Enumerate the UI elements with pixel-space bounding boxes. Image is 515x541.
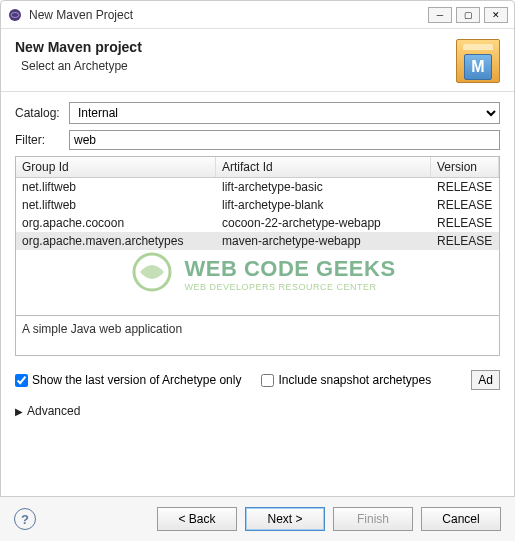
cell-group: net.liftweb — [16, 178, 216, 196]
table-row[interactable]: net.liftweblift-archetype-basicRELEASE — [16, 178, 499, 196]
page-title: New Maven project — [15, 39, 456, 55]
maven-m-icon: M — [464, 54, 492, 80]
table-row[interactable]: org.apache.cocooncocoon-22-archetype-web… — [16, 214, 499, 232]
cell-artifact: maven-archetype-webapp — [216, 232, 431, 250]
wizard-footer: ? < Back Next > Finish Cancel — [0, 496, 515, 541]
filter-label: Filter: — [15, 133, 69, 147]
table-row[interactable]: net.liftweblift-archetype-blankRELEASE — [16, 196, 499, 214]
column-header-artifact[interactable]: Artifact Id — [216, 157, 431, 177]
advanced-toggle[interactable]: ▶ Advanced — [15, 404, 500, 418]
cell-version: RELEASE — [431, 178, 499, 196]
column-header-group[interactable]: Group Id — [16, 157, 216, 177]
include-snapshot-checkbox[interactable]: Include snapshot archetypes — [261, 373, 431, 387]
cell-version: RELEASE — [431, 196, 499, 214]
help-icon[interactable]: ? — [14, 508, 36, 530]
close-button[interactable]: ✕ — [484, 7, 508, 23]
add-archetype-button[interactable]: Ad — [471, 370, 500, 390]
archetype-description: A simple Java web application — [15, 316, 500, 356]
window-title: New Maven Project — [29, 8, 428, 22]
next-button[interactable]: Next > — [245, 507, 325, 531]
show-last-version-label: Show the last version of Archetype only — [32, 373, 241, 387]
filter-input[interactable] — [69, 130, 500, 150]
cell-version: RELEASE — [431, 232, 499, 250]
include-snapshot-label: Include snapshot archetypes — [278, 373, 431, 387]
advanced-label: Advanced — [27, 404, 80, 418]
maximize-button[interactable]: ▢ — [456, 7, 480, 23]
titlebar: New Maven Project ─ ▢ ✕ — [1, 1, 514, 29]
catalog-select[interactable]: Internal — [69, 102, 500, 124]
page-subtitle: Select an Archetype — [15, 59, 456, 73]
eclipse-icon — [7, 7, 23, 23]
cell-artifact: cocoon-22-archetype-webapp — [216, 214, 431, 232]
cell-artifact: lift-archetype-blank — [216, 196, 431, 214]
archetype-table[interactable]: Group Id Artifact Id Version net.liftweb… — [15, 156, 500, 316]
show-last-version-checkbox[interactable]: Show the last version of Archetype only — [15, 373, 241, 387]
minimize-button[interactable]: ─ — [428, 7, 452, 23]
cell-group: net.liftweb — [16, 196, 216, 214]
cancel-button[interactable]: Cancel — [421, 507, 501, 531]
column-header-version[interactable]: Version — [431, 157, 499, 177]
wizard-header: New Maven project Select an Archetype M — [1, 29, 514, 92]
chevron-right-icon: ▶ — [15, 406, 23, 417]
cell-version: RELEASE — [431, 214, 499, 232]
cell-group: org.apache.cocoon — [16, 214, 216, 232]
finish-button[interactable]: Finish — [333, 507, 413, 531]
cell-group: org.apache.maven.archetypes — [16, 232, 216, 250]
table-row[interactable]: org.apache.maven.archetypesmaven-archety… — [16, 232, 499, 250]
maven-folder-icon: M — [456, 39, 500, 83]
cell-artifact: lift-archetype-basic — [216, 178, 431, 196]
back-button[interactable]: < Back — [157, 507, 237, 531]
catalog-label: Catalog: — [15, 106, 69, 120]
